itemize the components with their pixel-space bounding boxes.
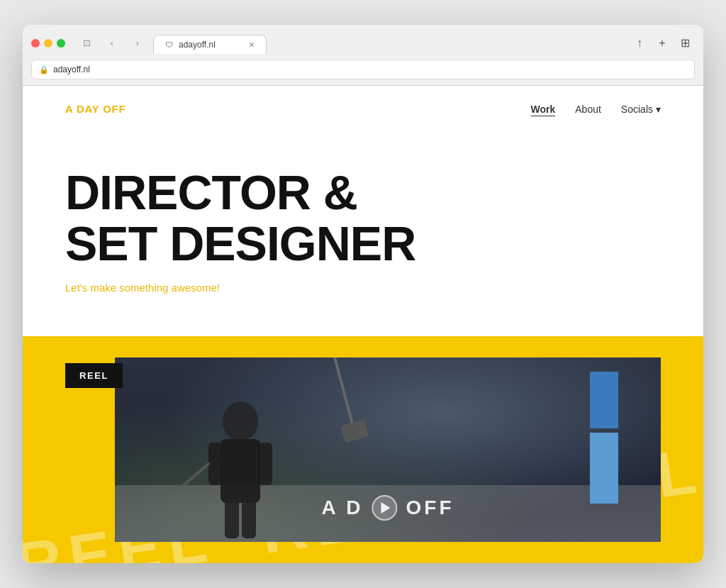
forward-button[interactable]: › [128,35,147,51]
nav-links: Work About Socials ▾ [531,104,661,115]
video-container[interactable]: A D OFF [115,357,661,542]
svg-point-0 [223,401,258,441]
extensions-button[interactable]: ⊞ [675,33,695,53]
svg-rect-1 [220,439,260,503]
maximize-button[interactable] [57,39,65,48]
play-icon [381,502,391,514]
browser-controls: ⊡ ‹ › 🛡 adayoff.nl × ↑ + ⊞ [31,32,695,54]
tab-bar: 🛡 adayoff.nl × [153,32,624,54]
svg-rect-3 [258,443,272,485]
svg-rect-2 [208,443,223,485]
blue-boxes [590,372,618,504]
reel-yellow-background: REEL REEL REEL REEL REEL REEL REEL REEL [23,336,703,563]
traffic-lights [31,39,65,48]
blue-box-2 [590,433,618,504]
nav-about[interactable]: About [575,104,601,115]
hero-title-line1: DIRECTOR & [65,165,357,219]
hero-title-line2: SET DESIGNER [65,216,415,270]
site-navigation: A DAY OFF Work About Socials ▾ [23,86,703,132]
svg-line-6 [184,464,208,485]
tab-close-button[interactable]: × [249,40,255,50]
brand-left: A D [321,497,363,519]
lock-icon: 🔒 [39,65,49,74]
brand-right: OFF [406,497,454,519]
video-brand-overlay: A D OFF [321,495,454,521]
toolbar-right: ↑ + ⊞ [630,33,695,53]
person-silhouette [169,386,311,542]
nav-socials[interactable]: Socials ▾ [621,104,661,115]
active-tab[interactable]: 🛡 adayoff.nl × [153,35,267,54]
back-button[interactable]: ‹ [102,35,122,51]
reel-label: REEL [65,363,123,388]
svg-rect-4 [225,499,239,538]
close-button[interactable] [31,39,40,48]
nav-work[interactable]: Work [531,104,556,115]
reel-section: REEL REEL REEL REEL REEL REEL REEL REEL [23,336,703,563]
site-logo[interactable]: A DAY OFF [65,103,125,115]
minimize-button[interactable] [44,39,52,48]
address-bar-row: 🔒 adayoff.nl [31,60,695,85]
url-text: adayoff.nl [53,65,90,74]
hero-subtitle: Let's make something awesome! [65,282,661,294]
hero-section: DIRECTOR & SET DESIGNER Let's make somet… [23,132,703,322]
sidebar-toggle-button[interactable]: ⊡ [77,35,96,51]
chevron-down-icon: ▾ [656,104,661,115]
blue-box-1 [590,372,618,428]
play-button[interactable] [372,495,398,521]
browser-chrome: ⊡ ‹ › 🛡 adayoff.nl × ↑ + ⊞ 🔒 adayoff.nl [23,25,703,86]
hero-title: DIRECTOR & SET DESIGNER [65,167,661,269]
nav-socials-label: Socials [621,104,653,115]
website-content: A DAY OFF Work About Socials ▾ DIRECTOR … [23,86,703,563]
tab-security-icon: 🛡 [165,40,173,49]
browser-window: ⊡ ‹ › 🛡 adayoff.nl × ↑ + ⊞ 🔒 adayoff.nl [23,25,703,563]
address-bar[interactable]: 🔒 adayoff.nl [31,60,695,79]
tab-title: adayoff.nl [179,40,216,50]
new-tab-button[interactable]: + [652,33,672,53]
share-button[interactable]: ↑ [630,33,649,53]
svg-rect-5 [242,499,256,538]
